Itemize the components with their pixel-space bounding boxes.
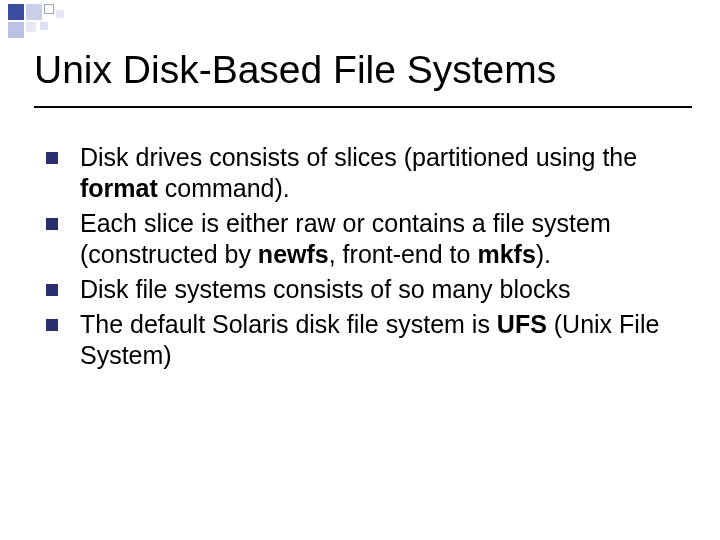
list-item-text: The default Solaris disk file system is … xyxy=(80,309,672,371)
deco-square xyxy=(44,4,54,14)
list-item: Each slice is either raw or contains a f… xyxy=(42,208,672,270)
deco-square xyxy=(8,4,24,20)
list-item: The default Solaris disk file system is … xyxy=(42,309,672,371)
deco-square xyxy=(26,4,42,20)
title-area: Unix Disk-Based File Systems xyxy=(34,48,686,99)
square-bullet-icon xyxy=(46,284,58,296)
list-item: Disk file systems consists of so many bl… xyxy=(42,274,672,305)
deco-square xyxy=(26,22,36,32)
square-bullet-icon xyxy=(46,319,58,331)
slide-title: Unix Disk-Based File Systems xyxy=(34,48,686,99)
deco-square xyxy=(56,10,64,18)
corner-decoration xyxy=(0,0,150,40)
list-item-text: Each slice is either raw or contains a f… xyxy=(80,208,672,270)
list-item-text: Disk drives consists of slices (partitio… xyxy=(80,142,672,204)
list-item-text: Disk file systems consists of so many bl… xyxy=(80,274,672,305)
deco-square xyxy=(40,22,48,30)
deco-square xyxy=(8,22,24,38)
square-bullet-icon xyxy=(46,218,58,230)
title-underline xyxy=(34,106,692,108)
slide: Unix Disk-Based File Systems Disk drives… xyxy=(0,0,720,540)
body-area: Disk drives consists of slices (partitio… xyxy=(42,142,672,375)
list-item: Disk drives consists of slices (partitio… xyxy=(42,142,672,204)
square-bullet-icon xyxy=(46,152,58,164)
